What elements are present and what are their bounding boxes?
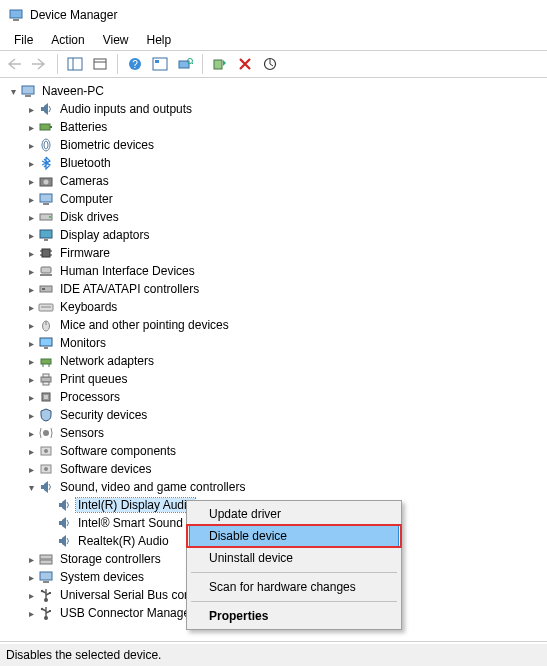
tree-item-label: Realtek(R) Audio — [76, 534, 171, 548]
tree-category-7[interactable]: ▸Display adaptors — [0, 226, 547, 244]
forward-button[interactable] — [29, 53, 51, 75]
security-icon — [38, 407, 54, 423]
help-button[interactable]: ? — [124, 53, 146, 75]
tree-category-15[interactable]: ▸Print queues — [0, 370, 547, 388]
context-menu-item-2[interactable]: Uninstall device — [189, 547, 399, 569]
tree-category-1[interactable]: ▸Batteries — [0, 118, 547, 136]
tree-category-8[interactable]: ▸Firmware — [0, 244, 547, 262]
expander-icon[interactable]: ▸ — [24, 426, 38, 440]
expander-icon[interactable] — [42, 534, 56, 548]
scan-button[interactable] — [174, 53, 196, 75]
tree-category-5[interactable]: ▸Computer — [0, 190, 547, 208]
svg-line-12 — [192, 63, 193, 64]
svg-rect-8 — [153, 58, 167, 70]
expander-icon[interactable] — [42, 516, 56, 530]
menu-view[interactable]: View — [95, 32, 137, 48]
action-button[interactable] — [149, 53, 171, 75]
expander-icon[interactable]: ▸ — [24, 570, 38, 584]
svg-rect-67 — [40, 555, 52, 559]
expander-icon[interactable] — [42, 498, 56, 512]
tree-item-label: Firmware — [58, 246, 112, 260]
svg-rect-31 — [42, 249, 50, 257]
context-menu-item-6[interactable]: Properties — [189, 605, 399, 627]
tree-category-20[interactable]: ▸Software devices — [0, 460, 547, 478]
svg-rect-70 — [43, 581, 49, 583]
context-menu: Update driverDisable deviceUninstall dev… — [186, 500, 402, 630]
tree-category-16[interactable]: ▸Processors — [0, 388, 547, 406]
tree-item-label: IDE ATA/ATAPI controllers — [58, 282, 201, 296]
expander-icon[interactable]: ▸ — [24, 156, 38, 170]
tree-category-4[interactable]: ▸Cameras — [0, 172, 547, 190]
tree-item-label: Audio inputs and outputs — [58, 102, 194, 116]
menu-action[interactable]: Action — [43, 32, 92, 48]
tree-category-12[interactable]: ▸Mice and other pointing devices — [0, 316, 547, 334]
tree-root[interactable]: ▾Naveen-PC — [0, 82, 547, 100]
expander-icon[interactable]: ▸ — [24, 246, 38, 260]
tree-category-11[interactable]: ▸Keyboards — [0, 298, 547, 316]
tree-item-label: Keyboards — [58, 300, 119, 314]
expander-icon[interactable]: ▾ — [24, 480, 38, 494]
tree-category-17[interactable]: ▸Security devices — [0, 406, 547, 424]
expander-icon[interactable]: ▾ — [6, 84, 20, 98]
tree-category-9[interactable]: ▸Human Interface Devices — [0, 262, 547, 280]
context-menu-item-0[interactable]: Update driver — [189, 503, 399, 525]
pc-icon — [20, 83, 36, 99]
status-bar: Disables the selected device. — [0, 644, 547, 666]
tree-item-label: Naveen-PC — [40, 84, 106, 98]
tree-item-label: Bluetooth — [58, 156, 113, 170]
expander-icon[interactable]: ▸ — [24, 588, 38, 602]
enable-button[interactable] — [209, 53, 231, 75]
tree-item-label: Processors — [58, 390, 122, 404]
expander-icon[interactable]: ▸ — [24, 336, 38, 350]
tree-category-0[interactable]: ▸Audio inputs and outputs — [0, 100, 547, 118]
tree-category-10[interactable]: ▸IDE ATA/ATAPI controllers — [0, 280, 547, 298]
expander-icon[interactable]: ▸ — [24, 174, 38, 188]
uninstall-button[interactable] — [234, 53, 256, 75]
toolbar-separator — [57, 54, 58, 74]
expander-icon[interactable]: ▸ — [24, 192, 38, 206]
expander-icon[interactable]: ▸ — [24, 102, 38, 116]
svg-rect-51 — [43, 382, 49, 385]
svg-rect-49 — [41, 377, 51, 382]
context-menu-item-4[interactable]: Scan for hardware changes — [189, 576, 399, 598]
finger-icon — [38, 137, 54, 153]
svg-rect-16 — [25, 95, 31, 97]
svg-rect-68 — [40, 560, 52, 564]
bluetooth-icon — [38, 155, 54, 171]
expander-icon[interactable]: ▸ — [24, 318, 38, 332]
tree-category-21[interactable]: ▾Sound, video and game controllers — [0, 478, 547, 496]
tree-item-label: Software devices — [58, 462, 153, 476]
expander-icon[interactable]: ▸ — [24, 282, 38, 296]
tree-category-3[interactable]: ▸Bluetooth — [0, 154, 547, 172]
expander-icon[interactable]: ▸ — [24, 552, 38, 566]
tree-category-14[interactable]: ▸Network adapters — [0, 352, 547, 370]
expander-icon[interactable]: ▸ — [24, 210, 38, 224]
back-button[interactable] — [4, 53, 26, 75]
expander-icon[interactable]: ▸ — [24, 228, 38, 242]
expander-icon[interactable]: ▸ — [24, 462, 38, 476]
expander-icon[interactable]: ▸ — [24, 354, 38, 368]
tree-category-6[interactable]: ▸Disk drives — [0, 208, 547, 226]
properties-button[interactable] — [89, 53, 111, 75]
expander-icon[interactable]: ▸ — [24, 606, 38, 620]
show-hide-tree-button[interactable] — [64, 53, 86, 75]
tree-category-2[interactable]: ▸Biometric devices — [0, 136, 547, 154]
expander-icon[interactable]: ▸ — [24, 444, 38, 458]
expander-icon[interactable]: ▸ — [24, 390, 38, 404]
expander-icon[interactable]: ▸ — [24, 372, 38, 386]
update-driver-button[interactable] — [259, 53, 281, 75]
menu-help[interactable]: Help — [139, 32, 180, 48]
tree-category-19[interactable]: ▸Software components — [0, 442, 547, 460]
expander-icon[interactable]: ▸ — [24, 408, 38, 422]
expander-icon[interactable]: ▸ — [24, 138, 38, 152]
cpu-icon — [38, 389, 54, 405]
expander-icon[interactable]: ▸ — [24, 264, 38, 278]
context-menu-item-1[interactable]: Disable device — [189, 525, 399, 547]
menu-file[interactable]: File — [6, 32, 41, 48]
expander-icon[interactable]: ▸ — [24, 300, 38, 314]
tree-category-13[interactable]: ▸Monitors — [0, 334, 547, 352]
tree-category-18[interactable]: ▸Sensors — [0, 424, 547, 442]
svg-rect-65 — [59, 539, 62, 543]
svg-rect-1 — [13, 19, 19, 21]
expander-icon[interactable]: ▸ — [24, 120, 38, 134]
